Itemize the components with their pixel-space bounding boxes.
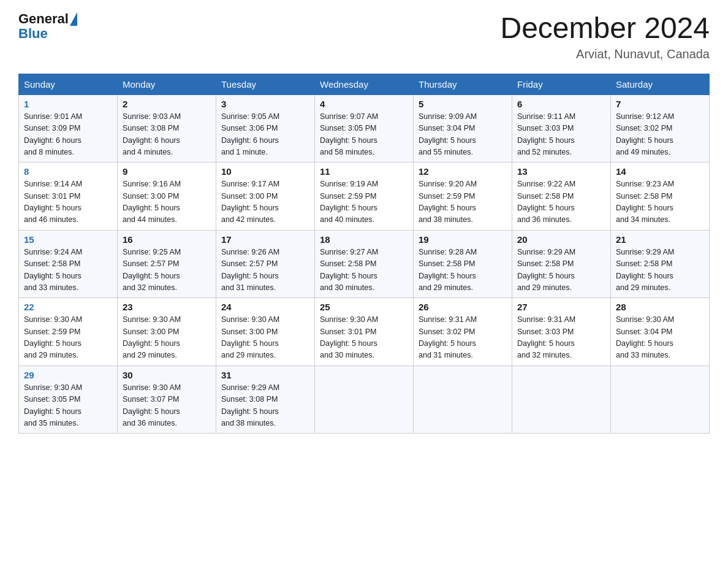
day-info: Sunrise: 9:03 AM Sunset: 3:08 PM Dayligh… [123, 111, 211, 159]
day-info: Sunrise: 9:31 AM Sunset: 3:02 PM Dayligh… [419, 314, 507, 362]
calendar-cell: 14Sunrise: 9:23 AM Sunset: 2:58 PM Dayli… [611, 163, 710, 231]
day-info: Sunrise: 9:31 AM Sunset: 3:03 PM Dayligh… [517, 314, 605, 362]
day-number: 3 [221, 99, 309, 109]
calendar-cell: 27Sunrise: 9:31 AM Sunset: 3:03 PM Dayli… [512, 298, 611, 366]
calendar-cell: 15Sunrise: 9:24 AM Sunset: 2:58 PM Dayli… [19, 230, 118, 298]
calendar-cell: 31Sunrise: 9:29 AM Sunset: 3:08 PM Dayli… [216, 366, 315, 434]
weekday-header-tuesday: Tuesday [216, 74, 315, 94]
calendar-cell: 28Sunrise: 9:30 AM Sunset: 3:04 PM Dayli… [611, 298, 710, 366]
day-info: Sunrise: 9:30 AM Sunset: 3:00 PM Dayligh… [123, 314, 211, 362]
day-number: 26 [419, 302, 507, 312]
calendar-cell: 30Sunrise: 9:30 AM Sunset: 3:07 PM Dayli… [118, 366, 216, 434]
day-number: 30 [123, 370, 211, 380]
logo: General Blue [18, 12, 77, 42]
day-number: 21 [616, 234, 704, 245]
page-header: General Blue December 2024 Arviat, Nunav… [18, 12, 710, 61]
day-info: Sunrise: 9:01 AM Sunset: 3:09 PM Dayligh… [24, 111, 112, 159]
title-block: December 2024 Arviat, Nunavut, Canada [500, 12, 710, 61]
calendar-week-row: 1Sunrise: 9:01 AM Sunset: 3:09 PM Daylig… [19, 94, 710, 163]
calendar-cell: 19Sunrise: 9:28 AM Sunset: 2:58 PM Dayli… [414, 230, 512, 298]
calendar-cell [315, 366, 414, 434]
day-number: 31 [221, 370, 309, 380]
day-info: Sunrise: 9:30 AM Sunset: 3:01 PM Dayligh… [320, 314, 408, 362]
day-number: 5 [419, 99, 507, 109]
day-number: 24 [221, 302, 309, 312]
calendar-cell [512, 366, 611, 434]
day-info: Sunrise: 9:28 AM Sunset: 2:58 PM Dayligh… [419, 247, 507, 294]
calendar-cell: 2Sunrise: 9:03 AM Sunset: 3:08 PM Daylig… [118, 94, 216, 163]
location-subtitle: Arviat, Nunavut, Canada [500, 47, 710, 61]
day-number: 19 [419, 234, 507, 245]
day-number: 20 [517, 234, 605, 245]
weekday-header-sunday: Sunday [19, 74, 118, 94]
calendar-cell: 20Sunrise: 9:29 AM Sunset: 2:58 PM Dayli… [512, 230, 611, 298]
day-number: 6 [517, 99, 605, 109]
day-number: 1 [24, 99, 112, 109]
day-info: Sunrise: 9:16 AM Sunset: 3:00 PM Dayligh… [123, 178, 211, 226]
weekday-header-friday: Friday [512, 74, 611, 94]
logo-general-text: General [18, 12, 69, 26]
calendar-cell: 18Sunrise: 9:27 AM Sunset: 2:58 PM Dayli… [315, 230, 414, 298]
calendar-cell: 23Sunrise: 9:30 AM Sunset: 3:00 PM Dayli… [118, 298, 216, 366]
calendar-cell: 13Sunrise: 9:22 AM Sunset: 2:58 PM Dayli… [512, 163, 611, 231]
day-info: Sunrise: 9:22 AM Sunset: 2:58 PM Dayligh… [517, 178, 605, 226]
calendar-header: SundayMondayTuesdayWednesdayThursdayFrid… [19, 74, 710, 94]
weekday-header-monday: Monday [118, 74, 216, 94]
day-info: Sunrise: 9:27 AM Sunset: 2:58 PM Dayligh… [320, 247, 408, 294]
calendar-cell: 22Sunrise: 9:30 AM Sunset: 2:59 PM Dayli… [19, 298, 118, 366]
calendar-week-row: 29Sunrise: 9:30 AM Sunset: 3:05 PM Dayli… [19, 366, 710, 434]
day-number: 16 [123, 234, 211, 245]
day-info: Sunrise: 9:12 AM Sunset: 3:02 PM Dayligh… [616, 111, 704, 159]
calendar-cell: 1Sunrise: 9:01 AM Sunset: 3:09 PM Daylig… [19, 94, 118, 163]
day-number: 12 [419, 166, 507, 177]
calendar-cell: 29Sunrise: 9:30 AM Sunset: 3:05 PM Dayli… [19, 366, 118, 434]
day-number: 13 [517, 166, 605, 177]
day-info: Sunrise: 9:25 AM Sunset: 2:57 PM Dayligh… [123, 247, 211, 294]
day-number: 4 [320, 99, 408, 109]
weekday-header-saturday: Saturday [611, 74, 710, 94]
day-number: 14 [616, 166, 704, 177]
day-number: 7 [616, 99, 704, 109]
day-info: Sunrise: 9:07 AM Sunset: 3:05 PM Dayligh… [320, 111, 408, 159]
calendar-cell: 12Sunrise: 9:20 AM Sunset: 2:59 PM Dayli… [414, 163, 512, 231]
weekday-header-thursday: Thursday [414, 74, 512, 94]
calendar-cell: 25Sunrise: 9:30 AM Sunset: 3:01 PM Dayli… [315, 298, 414, 366]
day-info: Sunrise: 9:11 AM Sunset: 3:03 PM Dayligh… [517, 111, 605, 159]
calendar-cell: 11Sunrise: 9:19 AM Sunset: 2:59 PM Dayli… [315, 163, 414, 231]
day-number: 22 [24, 302, 112, 312]
day-info: Sunrise: 9:29 AM Sunset: 3:08 PM Dayligh… [221, 382, 309, 430]
day-info: Sunrise: 9:30 AM Sunset: 2:59 PM Dayligh… [24, 314, 112, 362]
day-info: Sunrise: 9:23 AM Sunset: 2:58 PM Dayligh… [616, 178, 704, 226]
calendar-cell: 7Sunrise: 9:12 AM Sunset: 3:02 PM Daylig… [611, 94, 710, 163]
calendar-cell: 6Sunrise: 9:11 AM Sunset: 3:03 PM Daylig… [512, 94, 611, 163]
logo-blue-text: Blue [18, 26, 48, 42]
calendar-cell: 17Sunrise: 9:26 AM Sunset: 2:57 PM Dayli… [216, 230, 315, 298]
day-info: Sunrise: 9:30 AM Sunset: 3:05 PM Dayligh… [24, 382, 112, 430]
day-number: 25 [320, 302, 408, 312]
day-info: Sunrise: 9:05 AM Sunset: 3:06 PM Dayligh… [221, 111, 309, 159]
day-number: 18 [320, 234, 408, 245]
day-info: Sunrise: 9:29 AM Sunset: 2:58 PM Dayligh… [616, 247, 704, 294]
calendar-cell: 21Sunrise: 9:29 AM Sunset: 2:58 PM Dayli… [611, 230, 710, 298]
day-info: Sunrise: 9:29 AM Sunset: 2:58 PM Dayligh… [517, 247, 605, 294]
day-number: 2 [123, 99, 211, 109]
calendar-cell: 3Sunrise: 9:05 AM Sunset: 3:06 PM Daylig… [216, 94, 315, 163]
day-info: Sunrise: 9:14 AM Sunset: 3:01 PM Dayligh… [24, 178, 112, 226]
day-info: Sunrise: 9:20 AM Sunset: 2:59 PM Dayligh… [419, 178, 507, 226]
calendar-week-row: 8Sunrise: 9:14 AM Sunset: 3:01 PM Daylig… [19, 163, 710, 231]
calendar-cell: 9Sunrise: 9:16 AM Sunset: 3:00 PM Daylig… [118, 163, 216, 231]
calendar-cell [611, 366, 710, 434]
day-info: Sunrise: 9:30 AM Sunset: 3:04 PM Dayligh… [616, 314, 704, 362]
calendar-cell [414, 366, 512, 434]
calendar-cell: 24Sunrise: 9:30 AM Sunset: 3:00 PM Dayli… [216, 298, 315, 366]
logo-triangle-icon [70, 12, 77, 26]
weekday-header-wednesday: Wednesday [315, 74, 414, 94]
calendar-week-row: 22Sunrise: 9:30 AM Sunset: 2:59 PM Dayli… [19, 298, 710, 366]
day-info: Sunrise: 9:19 AM Sunset: 2:59 PM Dayligh… [320, 178, 408, 226]
day-info: Sunrise: 9:30 AM Sunset: 3:07 PM Dayligh… [123, 382, 211, 430]
day-number: 23 [123, 302, 211, 312]
calendar-cell: 5Sunrise: 9:09 AM Sunset: 3:04 PM Daylig… [414, 94, 512, 163]
calendar-body: 1Sunrise: 9:01 AM Sunset: 3:09 PM Daylig… [19, 94, 710, 434]
day-number: 11 [320, 166, 408, 177]
day-number: 29 [24, 370, 112, 380]
